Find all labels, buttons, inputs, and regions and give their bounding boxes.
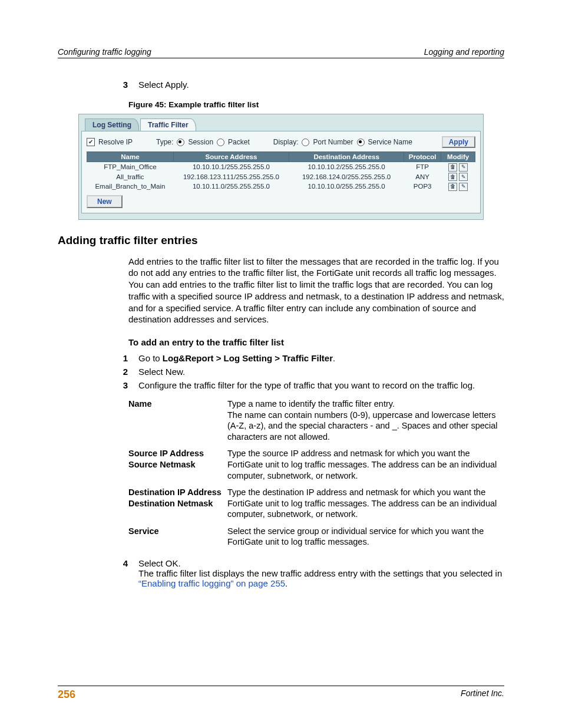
delete-icon[interactable]: 🗑 xyxy=(448,163,457,172)
display-service-radio[interactable] xyxy=(357,139,365,146)
def-desc: Select the service group or individual s… xyxy=(227,526,504,548)
procedure-step-1: 1 Go to Log&Report > Log Setting > Traff… xyxy=(108,353,504,363)
new-button[interactable]: New xyxy=(87,195,123,208)
delete-icon[interactable]: 🗑 xyxy=(448,173,457,181)
edit-icon[interactable]: ✎ xyxy=(459,163,468,172)
def-desc: Type a name to identify the traffic filt… xyxy=(227,398,504,442)
type-label: Type: xyxy=(156,138,173,146)
resolve-ip-checkbox[interactable]: ✔ xyxy=(87,138,95,146)
step-text: Select OK. The traffic filter list displ… xyxy=(138,558,504,588)
cell-name: All_traffic xyxy=(87,172,174,182)
type-packet-radio[interactable] xyxy=(217,139,224,146)
table-row: Email_Branch_to_Main 10.10.11.0/255.255.… xyxy=(87,182,475,192)
cell-proto: POP3 xyxy=(404,182,441,192)
filter-table: Name Source Address Destination Address … xyxy=(87,151,475,192)
step-number: 1 xyxy=(108,353,138,363)
intro-paragraph: Add entries to the traffic filter list t… xyxy=(128,256,504,326)
type-session-label: Session xyxy=(188,138,213,146)
filter-controls: ✔ Resolve IP Type: Session Packet Displa… xyxy=(87,136,475,148)
type-packet-label: Packet xyxy=(228,138,250,146)
filter-panel: ✔ Resolve IP Type: Session Packet Displa… xyxy=(81,131,481,213)
table-row: FTP_Main_Office 10.10.10.1/255.255.255.0… xyxy=(87,162,475,172)
col-dest: Destination Address xyxy=(289,152,404,162)
step-number: 2 xyxy=(108,367,138,377)
type-session-radio[interactable] xyxy=(177,139,184,146)
def-desc: Type the destination IP address and netm… xyxy=(227,487,504,520)
figure-caption: Figure 45: Example traffic filter list xyxy=(128,100,504,109)
edit-icon[interactable]: ✎ xyxy=(459,183,468,191)
col-name: Name xyxy=(87,152,174,162)
definition-service: Service Select the service group or indi… xyxy=(128,526,504,548)
edit-icon[interactable]: ✎ xyxy=(459,173,468,181)
running-header: Configuring traffic logging Logging and … xyxy=(58,47,504,58)
section-heading: Adding traffic filter entries xyxy=(58,234,504,247)
col-source: Source Address xyxy=(173,152,289,162)
header-left: Configuring traffic logging xyxy=(58,47,151,57)
step-number: 4 xyxy=(108,558,138,588)
delete-icon[interactable]: 🗑 xyxy=(448,183,457,191)
definition-name: Name Type a name to identify the traffic… xyxy=(128,398,504,442)
footer-company: Fortinet Inc. xyxy=(461,689,504,701)
step-text: Select Apply. xyxy=(138,80,504,90)
display-port-label: Port Number xyxy=(313,138,353,146)
step-text: Go to Log&Report > Log Setting > Traffic… xyxy=(138,353,504,363)
screenshot-traffic-filter: Log Setting Traffic Filter ✔ Resolve IP … xyxy=(78,114,484,220)
cell-dst: 192.168.124.0/255.255.255.0 xyxy=(289,172,404,182)
cell-modify: 🗑 ✎ xyxy=(441,162,475,172)
table-row: All_traffic 192.168.123.111/255.255.255.… xyxy=(87,172,475,182)
apply-button[interactable]: Apply xyxy=(442,136,475,148)
xref-link[interactable]: “Enabling traffic logging” on page 255 xyxy=(138,578,285,588)
cell-modify: 🗑 ✎ xyxy=(441,182,475,192)
cell-src: 10.10.11.0/255.255.255.0 xyxy=(173,182,289,192)
procedure-step-2: 2 Select New. xyxy=(108,367,504,377)
cell-src: 192.168.123.111/255.255.255.0 xyxy=(173,172,289,182)
step-text: Select New. xyxy=(138,367,504,377)
definition-source: Source IP Address Source Netmask Type th… xyxy=(128,448,504,481)
display-port-radio[interactable] xyxy=(302,139,309,146)
def-term: Source IP Address Source Netmask xyxy=(128,448,227,481)
cell-proto: ANY xyxy=(404,172,441,182)
step-number: 3 xyxy=(108,380,138,390)
procedure-title: To add an entry to the traffic filter li… xyxy=(128,337,504,347)
cell-proto: FTP xyxy=(404,162,441,172)
step-3-top: 3 Select Apply. xyxy=(108,80,504,90)
page-footer: 256 Fortinet Inc. xyxy=(58,686,504,701)
page-number: 256 xyxy=(58,689,75,701)
def-desc: Type the source IP address and netmask f… xyxy=(227,448,504,481)
table-header-row: Name Source Address Destination Address … xyxy=(87,152,475,162)
tab-log-setting[interactable]: Log Setting xyxy=(85,118,139,131)
procedure-step-3: 3 Configure the traffic filter for the t… xyxy=(108,380,504,390)
def-term: Service xyxy=(128,526,227,548)
def-term: Name xyxy=(128,398,227,442)
step-number: 3 xyxy=(108,80,138,90)
col-modify: Modify xyxy=(441,152,475,162)
resolve-ip-label: Resolve IP xyxy=(98,138,133,146)
display-service-label: Service Name xyxy=(368,138,412,146)
col-protocol: Protocol xyxy=(404,152,441,162)
header-right: Logging and reporting xyxy=(424,47,504,57)
step-text: Configure the traffic filter for the typ… xyxy=(138,380,504,390)
procedure-step-4: 4 Select OK. The traffic filter list dis… xyxy=(108,558,504,588)
display-label: Display: xyxy=(273,138,299,146)
tab-bar: Log Setting Traffic Filter xyxy=(81,117,481,131)
def-term: Destination IP Address Destination Netma… xyxy=(128,487,227,520)
cell-name: FTP_Main_Office xyxy=(87,162,174,172)
cell-name: Email_Branch_to_Main xyxy=(87,182,174,192)
cell-src: 10.10.10.1/255.255.255.0 xyxy=(173,162,289,172)
cell-dst: 10.10.10.2/255.255.255.0 xyxy=(289,162,404,172)
definition-destination: Destination IP Address Destination Netma… xyxy=(128,487,504,520)
tab-traffic-filter[interactable]: Traffic Filter xyxy=(140,118,196,131)
cell-dst: 10.10.10.0/255.255.255.0 xyxy=(289,182,404,192)
cell-modify: 🗑 ✎ xyxy=(441,172,475,182)
